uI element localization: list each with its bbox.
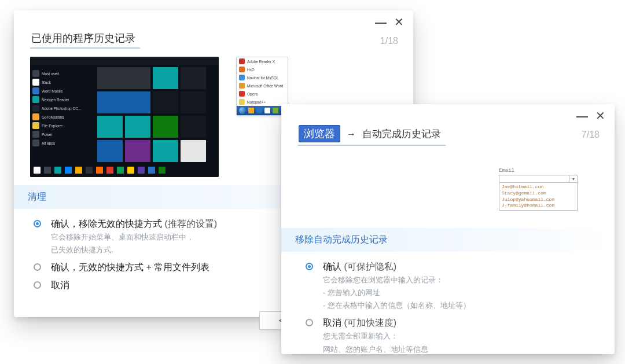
taskbar-icon: [117, 167, 124, 174]
explorer-row: Opera: [237, 90, 288, 98]
option-label: 确认，移除无效的快捷方式: [51, 219, 162, 229]
startmenu-left-item: GoToMeeting: [32, 113, 91, 120]
taskbar-icon: [148, 167, 155, 174]
startmenu-left-item: Slack: [32, 79, 91, 86]
startmenu-illustration: Most usedSlackWord MobileNextgen ReaderA…: [30, 57, 219, 177]
explorer-row: Adobe Reader X: [237, 57, 288, 65]
page-counter: 1/18: [380, 36, 398, 46]
startmenu-left-item: Word Mobile: [32, 87, 91, 94]
startmenu-left-item: Nextgen Reader: [32, 96, 91, 103]
title-row: 已使用的程序历史记录 1/18: [14, 10, 413, 49]
startmenu-left-item: All apps: [32, 139, 91, 146]
email-autocomplete-illustration: Email ▾ Joe@hotmail.comStacy@gemail.comJ…: [499, 168, 578, 211]
title-underline: [297, 145, 446, 146]
taskbar-icon: [96, 167, 103, 174]
page-counter: 7/18: [582, 130, 600, 140]
email-suggestion: Stacy@gemail.com: [502, 190, 575, 197]
title-tag: 浏览器: [299, 125, 340, 142]
taskbar-icon: [264, 108, 270, 113]
title-subtitle: 自动完成历史记录: [362, 128, 441, 139]
email-suggestion: J-family@homail.com: [502, 203, 575, 209]
taskbar-icon: [256, 108, 262, 113]
radio-icon: [306, 319, 313, 326]
taskbar-icon: [75, 167, 82, 174]
taskbar-icon: [127, 167, 134, 174]
email-field: ▾: [499, 175, 578, 183]
taskbar-icon: [86, 167, 93, 174]
email-suggestion-list: Joe@hotmail.comStacy@gemail.comJulop@yah…: [499, 183, 578, 211]
radio-icon: [34, 220, 41, 227]
option-label: 确认，无效的快捷方式 + 常用文件列表: [51, 262, 209, 272]
option-label: 确认: [323, 262, 341, 271]
taskbar-icon: [248, 108, 254, 113]
dialog-title-wrap: 浏览器 → 自动完成历史记录: [297, 125, 446, 146]
dialog-browser-autocomplete: — ✕ 浏览器 → 自动完成历史记录 7/18 Email ▾ Joe@hotm…: [281, 104, 615, 354]
title-underline: [30, 47, 140, 49]
explorer-row: HxD: [237, 65, 288, 73]
dialog-title: 浏览器 → 自动完成历史记录: [297, 125, 446, 145]
explorer-row: Microsoft Office Word: [237, 82, 288, 90]
option-paren: (推荐的设置): [162, 219, 217, 229]
email-field-label: Email: [499, 168, 578, 174]
taskbar-icon: [65, 167, 72, 174]
option-cancel-keep[interactable]: 取消 (可加快速度) 您无需全部重新输入： 网站、您的账户名、地址等信息: [323, 317, 598, 355]
email-suggestion: Joe@hotmail.com: [502, 184, 575, 190]
dropdown-icon: ▾: [569, 175, 577, 182]
option-desc-line: 网站、您的账户名、地址等信息: [323, 344, 598, 355]
taskbar-icon: [34, 167, 41, 174]
radio-icon: [34, 263, 41, 271]
option-confirm-remove[interactable]: 确认 (可保护隐私) 它会移除您在浏览器中输入的记录： - 您曾输入的网址 - …: [323, 261, 598, 311]
taskbar-icon: [54, 167, 61, 174]
taskbar-icon: [138, 167, 145, 174]
taskbar-icon: [159, 167, 166, 174]
option-desc-line: 您无需全部重新输入：: [323, 330, 598, 342]
arrow-icon: →: [347, 129, 356, 139]
section-header: 移除自动完成历史记录: [281, 228, 615, 252]
startmenu-left-item: Adobe Photoshop CC...: [32, 105, 91, 112]
taskbar-icon: [44, 167, 51, 174]
email-suggestion: Julop@yahoomail.com: [502, 197, 575, 203]
option-label: 取消: [51, 280, 69, 290]
startmenu-left-item: Power: [32, 131, 91, 138]
option-desc-line: - 您在表格中输入的信息（如名称、地址等）: [323, 300, 598, 311]
options-group: 确认 (可保护隐私) 它会移除您在浏览器中输入的记录： - 您曾输入的网址 - …: [281, 252, 615, 364]
radio-icon: [306, 263, 313, 270]
startmenu-left-item: Most used: [32, 70, 91, 77]
startmenu-left-item: File Explorer: [32, 122, 91, 129]
option-label: 取消: [323, 318, 341, 328]
taskbar-icon: [273, 108, 278, 113]
explorer-illustration: Adobe Reader XHxDNavicat for MySQLMicros…: [236, 57, 288, 116]
option-paren: (可保护隐私): [341, 262, 396, 271]
dialog-title: 已使用的程序历史记录: [30, 31, 140, 47]
radio-icon: [34, 281, 41, 289]
option-paren: (可加快速度): [341, 318, 396, 328]
explorer-row: Notepad++: [237, 98, 288, 106]
title-row: 浏览器 → 自动完成历史记录 7/18: [281, 104, 615, 146]
explorer-row: Navicat for MySQL: [237, 73, 288, 82]
taskbar-icon: [106, 167, 113, 174]
option-desc-line: 它会移除您在浏览器中输入的记录：: [323, 274, 598, 286]
dialog-title-wrap: 已使用的程序历史记录: [30, 31, 140, 49]
option-desc-line: - 您曾输入的网址: [323, 287, 598, 299]
